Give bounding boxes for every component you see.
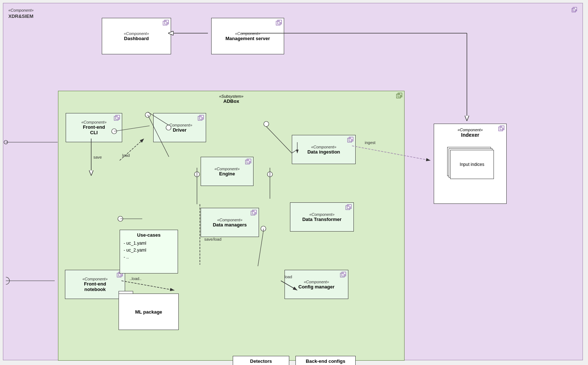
data-managers-icon — [251, 210, 257, 216]
adbox-label: «Subsystem» ADBox — [58, 94, 404, 104]
frontend-cli-box: «Component» Front-endCLI — [66, 113, 122, 142]
data-transformer-icon — [345, 204, 352, 211]
data-ingestion-icon — [347, 137, 354, 143]
driver-box: «Component» Driver — [153, 113, 206, 142]
frontend-cli-icon — [114, 115, 120, 121]
management-server-box: «Component» Management server — [211, 18, 284, 54]
xdr-siem-box: «Component» XDR&SIEM «Component» Dashboa… — [3, 3, 583, 360]
config-manager-box: «Component» Config manager — [285, 270, 348, 299]
detectors-box: Detectors - Detector id1 - Detector id2 … — [233, 356, 289, 365]
xdr-siem-label: «Component» XDR&SIEM — [8, 8, 34, 20]
indexer-icon — [498, 125, 505, 132]
config-manager-icon — [340, 272, 347, 278]
dashboard-box: «Component» Dashboard — [102, 18, 171, 54]
xdr-icon — [572, 7, 577, 13]
usecases-box: Use-cases - uc_1.yaml - uc_2.yaml - .. — [120, 230, 178, 273]
management-icon — [276, 20, 282, 26]
adbox: «Subsystem» ADBox «Component» Front-endC… — [58, 91, 405, 361]
driver-icon — [198, 115, 204, 121]
data-managers-box: «Component» Data managers — [201, 208, 259, 237]
data-transformer-box: «Component» Data Transformer — [290, 202, 354, 232]
ml-package-box: ML package — [119, 294, 179, 330]
frontend-notebook-box: «Component» Front-endnotebook — [65, 270, 125, 299]
configs-box: Back-end configs - Wazuh - Train - .. — [295, 356, 356, 365]
engine-icon — [245, 159, 252, 165]
dashboard-icon — [163, 20, 169, 26]
diagram: «Component» XDR&SIEM «Component» Dashboa… — [0, 0, 588, 365]
data-ingestion-box: «Component» Data ingestion — [292, 135, 356, 164]
indexer-box: «Component» Indexer Input indices — [434, 124, 507, 204]
usecases-items: - uc_1.yaml - uc_2.yaml - .. — [124, 240, 174, 261]
input-indices: Input indices — [446, 146, 494, 183]
engine-box: «Component» Engine — [201, 157, 254, 186]
